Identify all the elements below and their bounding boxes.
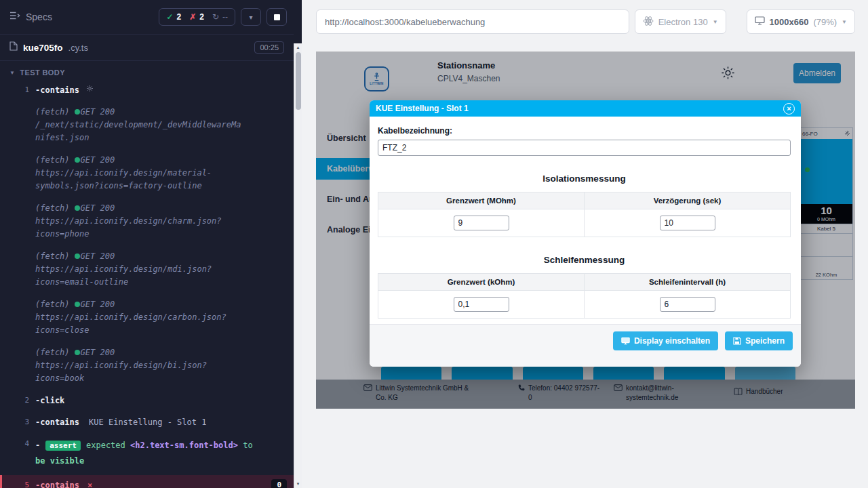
status-ok-dot-icon [75,109,80,115]
modal-header: KUE Einstellung - Slot 1 × [370,100,801,117]
col-grenzwert-kohm: Grenzwert (kOhm) [378,274,585,291]
modal-body: Kabelbezeichnung: Isolationsmessung Gren… [370,117,801,319]
pending-count: -- [222,12,228,22]
assert-word: expected [86,441,125,450]
scroll-down-icon[interactable]: ▼ [296,480,300,488]
verzoegerung-input[interactable] [660,216,715,230]
table-header-row: Grenzwert (MOhm) Verzögerung (sek) [378,192,791,209]
status-ok-dot-icon [75,205,80,211]
aut-topbar: Electron 130 ▼ 1000x660 (79%) ▼ [302,0,868,43]
cable-designation-label: Kabelbezeichnung: [378,126,791,136]
fetch-log-row: (fetch)GET 200 https://api.iconify.desig… [0,247,294,291]
viewport-size: 1000x660 [770,17,809,27]
test-body-section[interactable]: ▼ TEST BODY [0,61,294,81]
runner-header: Specs ✓ 2 ✗ 2 ↻ -- ▾ [0,0,294,34]
fetch-log-row: (fetch)GET 200 https://api.iconify.desig… [0,344,294,388]
col-schleifenintervall: Schleifenintervall (h) [585,274,791,291]
fetch-tag: (fetch) [35,348,70,357]
command-number: 4 [0,438,35,450]
command-name: -contains [35,416,79,428]
collapse-button[interactable]: ▾ [241,8,261,26]
fetch-status: GET 200 [81,348,115,357]
browser-label: Electron 130 [658,17,708,27]
stop-run-button[interactable] [267,8,287,26]
status-ok-dot-icon [75,302,80,307]
assert-badge: assert [45,441,81,451]
spec-timer: 00:25 [254,41,284,54]
loop-table: Grenzwert (kOhm) Schleifenintervall (h) [378,273,791,319]
scroll-up-icon[interactable]: ▲ [296,43,300,52]
fetch-url: https://api.iconify.design/material-symb… [35,168,212,190]
chevron-down-icon: ▼ [713,19,718,25]
url-input[interactable] [325,17,620,27]
fetch-tag: (fetch) [35,155,70,165]
assert-element: <h2.text-sm.font-bold> [130,441,238,450]
viewport-selector[interactable]: 1000x660 (79%) ▼ [747,9,855,34]
fetch-tag: (fetch) [35,107,70,117]
command-row-contains-1[interactable]: 1 -contains [0,81,294,99]
grenzwert-mohm-input[interactable] [454,216,509,230]
cable-designation-input[interactable] [378,140,791,156]
browser-selector[interactable]: Electron 130 ▼ [635,9,726,34]
assert-row[interactable]: 4 -assertexpected <h2.text-sm.font-bold>… [0,435,294,471]
check-icon: ✓ [166,12,173,22]
scrollbar-track[interactable]: ▲ ▼ [294,43,302,488]
grenzwert-kohm-input[interactable] [454,297,509,312]
isolation-table: Grenzwert (MOhm) Verzögerung (sek) [378,192,791,237]
viewport-zoom: (79%) [813,17,837,27]
schleifenintervall-input[interactable] [660,297,715,312]
fetch-status: GET 200 [81,300,115,309]
monitor-icon [621,337,630,345]
yield-count-badge: 0 [271,479,287,488]
table-row [378,209,791,237]
command-number: 1 [0,84,35,96]
table-header-row: Grenzwert (kOhm) Schleifenintervall (h) [378,274,791,291]
scrollbar-thumb[interactable] [296,52,301,110]
command-row-click[interactable]: 2 -click [0,392,294,409]
assert-word: to [243,441,252,450]
fetch-url: https://api.iconify.design/mdi.json?icon… [35,264,212,287]
cypress-runner: Specs ✓ 2 ✗ 2 ↻ -- ▾ [0,0,302,488]
stop-icon [274,14,280,20]
spec-file-row[interactable]: kue705fo .cy.ts 00:25 [0,34,294,61]
fetch-log-row: (fetch)GET 200 https://api.iconify.desig… [0,296,294,340]
display-on-button[interactable]: Display einschalten [613,331,718,350]
fetch-log-row: (fetch)GET 200 /_next/static/development… [0,103,294,147]
save-button[interactable]: Speichern [725,331,793,350]
isolation-heading: Isolationsmessung [378,174,791,184]
command-number: 3 [0,416,35,428]
app-under-test: LITTWIN Stationsname CPLV4_Maschen Abmel… [316,52,855,409]
display-on-label: Display einschalten [634,336,710,346]
runner-scrollbar[interactable]: ▲ ▼ [294,0,302,488]
fetch-log-row: (fetch)GET 200 https://api.iconify.desig… [0,199,294,243]
chevron-down-icon: ▼ [9,70,15,76]
fetch-url: https://api.iconify.design/bi.json?icons… [35,361,207,383]
runner-main: Specs ✓ 2 ✗ 2 ↻ -- ▾ [0,0,294,488]
specs-menu-icon[interactable] [9,11,20,23]
chevron-down-icon: ▼ [842,19,847,25]
monitor-icon [755,16,765,27]
fetch-url: /_next/static/development/_devMiddleware… [35,120,241,142]
specs-label[interactable]: Specs [26,12,52,22]
stat-pending: ↻ -- [212,12,228,22]
fetch-log-row: (fetch)GET 200 https://api.iconify.desig… [0,151,294,195]
close-icon[interactable]: × [783,103,795,115]
command-name: -contains [35,84,79,96]
loop-heading: Schleifenmessung [378,255,791,265]
assert-expectation: be visible [35,456,84,466]
failed-command-row[interactable]: 5 -contains × 0 [0,475,294,488]
fetch-status: GET 200 [81,251,115,261]
test-stats: ✓ 2 ✗ 2 ↻ -- [159,8,235,26]
modal-title: KUE Einstellung - Slot 1 [376,104,469,113]
modal-footer: Display einschalten Speichern [370,324,801,367]
command-name: -click [35,394,64,407]
fetch-tag: (fetch) [35,300,70,309]
command-row-contains-2[interactable]: 3 -contains KUE Einstellung - Slot 1 [0,413,294,431]
command-name: -contains [35,479,79,488]
command-log: 1 -contains (fetch)GET 200 /_next/static… [0,81,294,488]
fetch-url: https://api.iconify.design/charm.json?ic… [35,216,222,239]
assert-dash: - [35,441,40,450]
electron-icon [643,16,654,28]
gear-icon [86,84,94,95]
url-bar [316,9,629,34]
